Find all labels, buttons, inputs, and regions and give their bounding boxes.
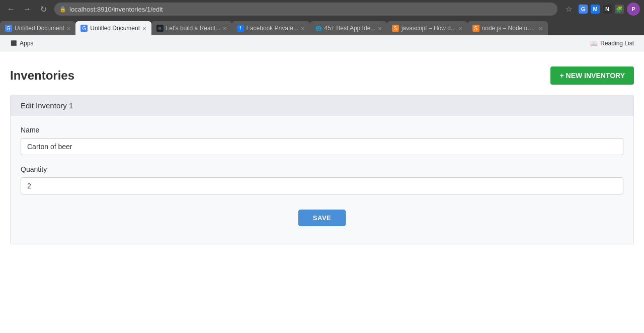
tab-label-node: node.js – Node usi... (482, 25, 536, 32)
ext-google-icon[interactable]: G (579, 5, 588, 14)
tab-facebook[interactable]: f Facebook Private... × (232, 21, 310, 35)
browser-chrome: ← → ↻ 🔒 localhost:8910/inventories/1/edi… (0, 0, 644, 333)
page-content: Inventories + NEW INVENTORY Edit Invento… (0, 51, 644, 333)
star-button[interactable]: ☆ (561, 2, 576, 16)
tab-close-react[interactable]: × (223, 25, 227, 32)
tab-favicon-1: G (5, 25, 12, 32)
edit-inventory-card: Edit Inventory 1 Name Quantity SAVE (10, 95, 634, 244)
ext-puzzle-icon[interactable]: 🧩 (615, 5, 624, 14)
tab-favicon-js: S (392, 25, 399, 32)
browser-actions: ☆ G M N 🧩 P (561, 2, 640, 16)
tab-close-2[interactable]: × (142, 25, 146, 32)
tab-label-react: Let's build a React... (166, 25, 220, 32)
tab-favicon-react: ⚛ (156, 25, 164, 32)
name-label: Name (21, 126, 623, 134)
tab-label-2: Untitled Document (90, 25, 140, 32)
tabs-bar: G Untitled Document × G Untitled Documen… (0, 18, 644, 35)
tab-js[interactable]: S javascript – How d... × (387, 21, 467, 35)
tab-close-js[interactable]: × (458, 25, 462, 32)
name-input[interactable] (21, 138, 623, 155)
page-header: Inventories + NEW INVENTORY (10, 66, 634, 85)
reading-list-label: Reading List (600, 40, 634, 47)
back-button[interactable]: ← (4, 2, 18, 16)
tab-label-js: javascript – How d... (401, 25, 456, 32)
quantity-form-group: Quantity (21, 165, 623, 194)
profile-avatar[interactable]: P (627, 3, 640, 16)
tab-node[interactable]: S node.js – Node usi... × (467, 21, 548, 35)
ext-meta-icon[interactable]: M (591, 5, 600, 14)
tab-favicon-app: 🌐 (315, 25, 322, 32)
tab-favicon-fb: f (237, 25, 244, 32)
bookmark-apps-label: Apps (20, 40, 33, 47)
tab-untitled-1[interactable]: G Untitled Document × (0, 21, 75, 35)
ext-n-icon[interactable]: N (603, 5, 612, 14)
name-form-group: Name (21, 126, 623, 155)
edit-inventory-header: Edit Inventory 1 (11, 95, 633, 116)
reload-button[interactable]: ↻ (36, 2, 50, 16)
browser-top-bar: ← → ↻ 🔒 localhost:8910/inventories/1/edi… (0, 0, 644, 18)
address-bar[interactable]: 🔒 localhost:8910/inventories/1/edit (54, 3, 557, 16)
url-text: localhost:8910/inventories/1/edit (69, 6, 163, 13)
nav-buttons: ← → ↻ (4, 2, 50, 16)
tab-favicon-2: G (80, 25, 88, 32)
tab-label-app: 45+ Best App Ide... (325, 25, 376, 32)
bookmarks-bar: ⬛ Apps 📖 Reading List (0, 35, 644, 51)
save-button[interactable]: SAVE (298, 210, 346, 226)
tab-close-app[interactable]: × (378, 25, 382, 32)
lock-icon: 🔒 (59, 6, 66, 13)
tab-react[interactable]: ⚛ Let's build a React... × (151, 21, 232, 35)
tab-favicon-node: S (472, 25, 479, 32)
forward-button[interactable]: → (20, 2, 34, 16)
quantity-input[interactable] (21, 177, 623, 194)
tab-label-1: Untitled Document (15, 25, 64, 32)
bookmark-apps[interactable]: ⬛ Apps (6, 38, 37, 49)
apps-favicon: ⬛ (10, 40, 17, 47)
new-inventory-button[interactable]: + NEW INVENTORY (550, 66, 634, 85)
edit-inventory-body: Name Quantity SAVE (11, 116, 633, 244)
reading-list-button[interactable]: 📖 Reading List (586, 38, 638, 49)
tab-untitled-2[interactable]: G Untitled Document × (75, 21, 151, 35)
tab-close-1[interactable]: × (67, 25, 71, 32)
tab-close-fb[interactable]: × (301, 25, 305, 32)
tab-close-node[interactable]: × (539, 25, 543, 32)
page-title: Inventories (10, 69, 74, 83)
tab-label-fb: Facebook Private... (247, 25, 298, 32)
form-actions: SAVE (21, 205, 623, 234)
reading-list-icon: 📖 (590, 40, 598, 47)
tab-app-ideas[interactable]: 🌐 45+ Best App Ide... × (310, 21, 387, 35)
quantity-label: Quantity (21, 165, 623, 173)
